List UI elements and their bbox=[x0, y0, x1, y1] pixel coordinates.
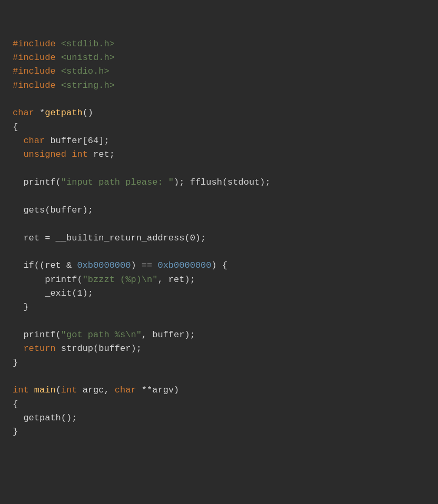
token-keyword: int bbox=[72, 149, 88, 159]
token-plain bbox=[56, 53, 61, 63]
token-plain: **argv) bbox=[136, 385, 180, 395]
token-plain: * bbox=[34, 108, 45, 118]
token-keyword: int bbox=[13, 385, 29, 395]
token-plain: { bbox=[13, 399, 18, 409]
token-plain: getpath(); bbox=[13, 413, 77, 423]
code-line bbox=[13, 93, 425, 106]
token-plain: } bbox=[13, 358, 18, 368]
code-line: printf("bzzzt (%p)\n", ret); bbox=[13, 273, 425, 287]
code-line: return strdup(buffer); bbox=[13, 342, 425, 356]
token-include-path: <string.h> bbox=[61, 80, 115, 90]
token-string: "got path %s\n" bbox=[61, 330, 142, 340]
token-plain: () bbox=[83, 108, 93, 118]
token-plain: ( bbox=[56, 385, 61, 395]
token-plain: ret = __builtin_return_address(0); bbox=[13, 233, 206, 243]
code-line: getpath(); bbox=[13, 411, 425, 425]
code-line: ret = __builtin_return_address(0); bbox=[13, 231, 425, 245]
token-plain: gets(buffer); bbox=[13, 205, 93, 215]
code-line: unsigned int ret; bbox=[13, 148, 425, 162]
code-line bbox=[13, 217, 425, 231]
code-line: } bbox=[13, 300, 425, 314]
token-plain bbox=[66, 149, 72, 159]
token-plain: argc, bbox=[77, 385, 114, 395]
code-line: printf("input path please: "); fflush(st… bbox=[13, 176, 425, 189]
code-line: _exit(1); bbox=[13, 287, 425, 300]
token-plain bbox=[13, 149, 23, 159]
code-line: } bbox=[13, 356, 425, 370]
token-keyword: return bbox=[23, 344, 55, 354]
token-include-path: <stdio.h> bbox=[61, 66, 110, 76]
token-plain: ) == bbox=[131, 260, 157, 270]
token-preprocessor: #include bbox=[13, 39, 56, 49]
token-plain bbox=[56, 80, 61, 90]
token-string: "input path please: " bbox=[61, 177, 174, 187]
token-plain: } bbox=[13, 427, 18, 437]
token-plain: , ret); bbox=[157, 275, 195, 285]
token-string: "bzzzt (%p)\n" bbox=[83, 275, 158, 285]
token-plain: ret; bbox=[88, 149, 115, 159]
token-plain bbox=[13, 136, 23, 146]
code-line bbox=[13, 162, 425, 176]
token-keyword: char bbox=[23, 136, 45, 146]
token-plain bbox=[56, 66, 61, 76]
token-keyword: char bbox=[13, 108, 34, 118]
code-block: #include <stdlib.h>#include <unistd.h>#i… bbox=[13, 9, 425, 439]
token-plain bbox=[29, 385, 34, 395]
code-line bbox=[13, 189, 425, 203]
token-preprocessor: #include bbox=[13, 53, 56, 63]
code-line bbox=[13, 370, 425, 384]
token-plain bbox=[13, 344, 23, 354]
code-line bbox=[13, 315, 425, 328]
token-plain: strdup(buffer); bbox=[56, 344, 142, 354]
code-line: int main(int argc, char **argv) bbox=[13, 384, 425, 397]
token-plain: _exit(1); bbox=[13, 288, 93, 298]
token-plain: , buffer); bbox=[142, 330, 195, 340]
code-line: char buffer[64]; bbox=[13, 134, 425, 148]
code-line: #include <stdlib.h> bbox=[13, 37, 425, 51]
token-keyword: char bbox=[115, 385, 136, 395]
token-plain: printf( bbox=[13, 330, 61, 340]
code-line: #include <stdio.h> bbox=[13, 65, 425, 78]
code-line: #include <unistd.h> bbox=[13, 51, 425, 65]
code-line: gets(buffer); bbox=[13, 204, 425, 217]
token-func-name: getpath bbox=[45, 108, 82, 118]
token-include-path: <stdlib.h> bbox=[61, 39, 115, 49]
token-keyword: unsigned bbox=[23, 149, 66, 159]
code-line: char *getpath() bbox=[13, 106, 425, 120]
token-plain: printf( bbox=[13, 275, 83, 285]
code-line: { bbox=[13, 120, 425, 134]
code-line bbox=[13, 245, 425, 259]
token-keyword: int bbox=[61, 385, 77, 395]
token-number: 0xb0000000 bbox=[77, 260, 131, 270]
token-plain: { bbox=[13, 122, 18, 132]
token-preprocessor: #include bbox=[13, 66, 56, 76]
token-plain: if((ret & bbox=[13, 260, 77, 270]
code-line: { bbox=[13, 398, 425, 411]
code-line: } bbox=[13, 425, 425, 439]
token-include-path: <unistd.h> bbox=[61, 53, 115, 63]
token-plain: printf( bbox=[13, 177, 61, 187]
token-func-name: main bbox=[34, 385, 56, 395]
code-line: #include <string.h> bbox=[13, 79, 425, 93]
token-number: 0xb0000000 bbox=[157, 260, 211, 270]
token-preprocessor: #include bbox=[13, 80, 56, 90]
token-plain bbox=[56, 39, 61, 49]
token-plain: buffer[64]; bbox=[45, 136, 109, 146]
code-line: printf("got path %s\n", buffer); bbox=[13, 328, 425, 342]
code-line: if((ret & 0xb0000000) == 0xb0000000) { bbox=[13, 259, 425, 273]
token-plain: ); fflush(stdout); bbox=[174, 177, 271, 187]
token-plain: ) { bbox=[212, 260, 228, 270]
token-plain: } bbox=[13, 302, 29, 312]
